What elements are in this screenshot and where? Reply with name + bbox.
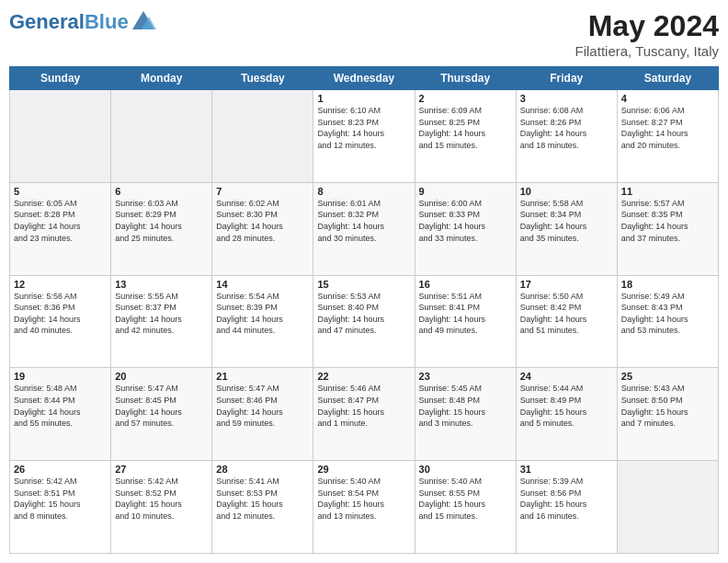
table-row: 12Sunrise: 5:56 AM Sunset: 8:36 PM Dayli… [10,275,111,368]
day-info: Sunrise: 5:40 AM Sunset: 8:55 PM Dayligh… [419,476,512,522]
day-number: 23 [419,371,512,382]
day-info: Sunrise: 5:41 AM Sunset: 8:53 PM Dayligh… [216,476,309,522]
day-info: Sunrise: 5:53 AM Sunset: 8:40 PM Dayligh… [317,291,410,337]
day-number: 9 [419,186,512,197]
table-row: 5Sunrise: 6:05 AM Sunset: 8:28 PM Daylig… [10,182,111,275]
day-number: 17 [520,279,613,290]
day-info: Sunrise: 5:47 AM Sunset: 8:45 PM Dayligh… [115,383,208,429]
day-info: Sunrise: 5:51 AM Sunset: 8:41 PM Dayligh… [419,291,512,337]
day-info: Sunrise: 5:56 AM Sunset: 8:36 PM Dayligh… [14,291,107,337]
table-row: 19Sunrise: 5:48 AM Sunset: 8:44 PM Dayli… [10,368,111,461]
table-row: 18Sunrise: 5:49 AM Sunset: 8:43 PM Dayli… [617,275,718,368]
table-row [111,90,212,183]
day-info: Sunrise: 6:06 AM Sunset: 8:27 PM Dayligh… [621,105,714,151]
day-number: 28 [216,464,309,475]
header: GeneralBlue May 2024 Filattiera, Tuscany… [9,9,719,59]
day-number: 18 [621,279,714,290]
col-thursday: Thursday [415,67,516,90]
col-tuesday: Tuesday [212,67,313,90]
table-row: 26Sunrise: 5:42 AM Sunset: 8:51 PM Dayli… [10,461,111,554]
calendar-header-row: Sunday Monday Tuesday Wednesday Thursday… [10,67,719,90]
table-row: 15Sunrise: 5:53 AM Sunset: 8:40 PM Dayli… [313,275,415,368]
day-number: 21 [216,371,309,382]
table-row [617,461,718,554]
day-info: Sunrise: 6:10 AM Sunset: 8:23 PM Dayligh… [317,105,410,151]
day-info: Sunrise: 5:58 AM Sunset: 8:34 PM Dayligh… [520,198,613,244]
day-number: 1 [317,93,410,104]
day-number: 2 [419,93,512,104]
day-info: Sunrise: 5:47 AM Sunset: 8:46 PM Dayligh… [216,383,309,429]
table-row: 30Sunrise: 5:40 AM Sunset: 8:55 PM Dayli… [415,461,516,554]
table-row: 3Sunrise: 6:08 AM Sunset: 8:26 PM Daylig… [516,90,617,183]
day-info: Sunrise: 6:00 AM Sunset: 8:33 PM Dayligh… [419,198,512,244]
day-number: 5 [14,186,107,197]
table-row: 9Sunrise: 6:00 AM Sunset: 8:33 PM Daylig… [415,182,516,275]
calendar: Sunday Monday Tuesday Wednesday Thursday… [9,66,719,554]
day-info: Sunrise: 6:03 AM Sunset: 8:29 PM Dayligh… [115,198,208,244]
logo-icon [131,9,156,35]
day-number: 10 [520,186,613,197]
calendar-week-row: 5Sunrise: 6:05 AM Sunset: 8:28 PM Daylig… [10,182,719,275]
table-row: 27Sunrise: 5:42 AM Sunset: 8:52 PM Dayli… [111,461,212,554]
day-number: 29 [317,464,410,475]
calendar-week-row: 26Sunrise: 5:42 AM Sunset: 8:51 PM Dayli… [10,461,719,554]
table-row: 17Sunrise: 5:50 AM Sunset: 8:42 PM Dayli… [516,275,617,368]
day-info: Sunrise: 5:42 AM Sunset: 8:52 PM Dayligh… [115,476,208,522]
table-row: 31Sunrise: 5:39 AM Sunset: 8:56 PM Dayli… [516,461,617,554]
calendar-week-row: 19Sunrise: 5:48 AM Sunset: 8:44 PM Dayli… [10,368,719,461]
col-sunday: Sunday [10,67,111,90]
table-row: 6Sunrise: 6:03 AM Sunset: 8:29 PM Daylig… [111,182,212,275]
day-info: Sunrise: 6:05 AM Sunset: 8:28 PM Dayligh… [14,198,107,244]
day-info: Sunrise: 5:54 AM Sunset: 8:39 PM Dayligh… [216,291,309,337]
table-row: 10Sunrise: 5:58 AM Sunset: 8:34 PM Dayli… [516,182,617,275]
table-row: 25Sunrise: 5:43 AM Sunset: 8:50 PM Dayli… [617,368,718,461]
day-number: 30 [419,464,512,475]
table-row: 2Sunrise: 6:09 AM Sunset: 8:25 PM Daylig… [415,90,516,183]
day-info: Sunrise: 5:39 AM Sunset: 8:56 PM Dayligh… [520,476,613,522]
table-row: 14Sunrise: 5:54 AM Sunset: 8:39 PM Dayli… [212,275,313,368]
day-info: Sunrise: 5:44 AM Sunset: 8:49 PM Dayligh… [520,383,613,429]
day-number: 19 [14,371,107,382]
day-info: Sunrise: 5:49 AM Sunset: 8:43 PM Dayligh… [621,291,714,337]
day-info: Sunrise: 5:48 AM Sunset: 8:44 PM Dayligh… [14,383,107,429]
table-row: 16Sunrise: 5:51 AM Sunset: 8:41 PM Dayli… [415,275,516,368]
day-info: Sunrise: 5:55 AM Sunset: 8:37 PM Dayligh… [115,291,208,337]
col-saturday: Saturday [617,67,718,90]
day-number: 25 [621,371,714,382]
table-row: 13Sunrise: 5:55 AM Sunset: 8:37 PM Dayli… [111,275,212,368]
table-row: 24Sunrise: 5:44 AM Sunset: 8:49 PM Dayli… [516,368,617,461]
day-number: 13 [115,279,208,290]
day-number: 14 [216,279,309,290]
day-number: 4 [621,93,714,104]
col-wednesday: Wednesday [313,67,415,90]
day-number: 27 [115,464,208,475]
table-row: 22Sunrise: 5:46 AM Sunset: 8:47 PM Dayli… [313,368,415,461]
day-number: 31 [520,464,613,475]
location: Filattiera, Tuscany, Italy [575,43,719,59]
day-info: Sunrise: 5:43 AM Sunset: 8:50 PM Dayligh… [621,383,714,429]
day-info: Sunrise: 5:57 AM Sunset: 8:35 PM Dayligh… [621,198,714,244]
day-number: 20 [115,371,208,382]
table-row: 4Sunrise: 6:06 AM Sunset: 8:27 PM Daylig… [617,90,718,183]
day-info: Sunrise: 6:02 AM Sunset: 8:30 PM Dayligh… [216,198,309,244]
day-info: Sunrise: 5:50 AM Sunset: 8:42 PM Dayligh… [520,291,613,337]
table-row: 11Sunrise: 5:57 AM Sunset: 8:35 PM Dayli… [617,182,718,275]
title-block: May 2024 Filattiera, Tuscany, Italy [575,9,719,59]
day-number: 7 [216,186,309,197]
col-friday: Friday [516,67,617,90]
day-info: Sunrise: 6:09 AM Sunset: 8:25 PM Dayligh… [419,105,512,151]
table-row [212,90,313,183]
day-info: Sunrise: 5:40 AM Sunset: 8:54 PM Dayligh… [317,476,410,522]
day-info: Sunrise: 5:42 AM Sunset: 8:51 PM Dayligh… [14,476,107,522]
day-number: 16 [419,279,512,290]
day-number: 15 [317,279,410,290]
table-row: 23Sunrise: 5:45 AM Sunset: 8:48 PM Dayli… [415,368,516,461]
logo-text: GeneralBlue [9,12,129,32]
table-row: 21Sunrise: 5:47 AM Sunset: 8:46 PM Dayli… [212,368,313,461]
day-number: 6 [115,186,208,197]
calendar-week-row: 12Sunrise: 5:56 AM Sunset: 8:36 PM Dayli… [10,275,719,368]
day-info: Sunrise: 5:45 AM Sunset: 8:48 PM Dayligh… [419,383,512,429]
day-number: 26 [14,464,107,475]
day-info: Sunrise: 5:46 AM Sunset: 8:47 PM Dayligh… [317,383,410,429]
day-number: 24 [520,371,613,382]
